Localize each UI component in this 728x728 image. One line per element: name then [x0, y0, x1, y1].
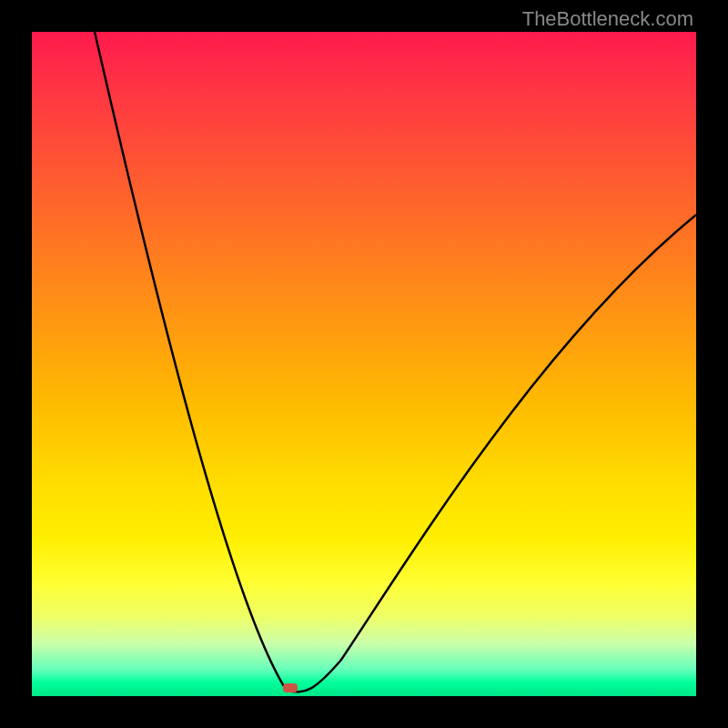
chart-area [32, 32, 696, 696]
optimal-point-marker [283, 683, 298, 693]
curve-path [95, 32, 696, 692]
bottleneck-curve [32, 32, 696, 696]
watermark-text: TheBottleneck.com [522, 7, 693, 31]
